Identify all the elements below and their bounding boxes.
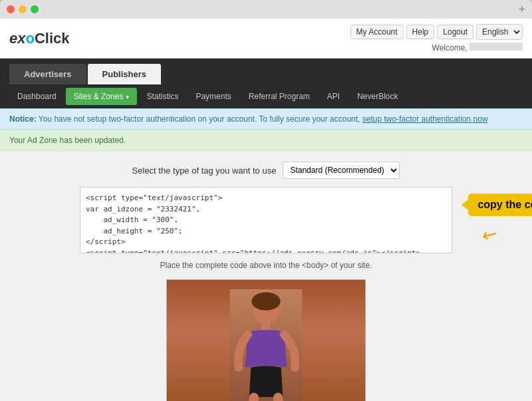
tab-publishers[interactable]: Publishers bbox=[88, 64, 161, 84]
success-message: Your Ad Zone has been updated. bbox=[9, 136, 126, 145]
nav-referral[interactable]: Referral Program bbox=[241, 88, 318, 105]
content-area: Select the type of tag you want to use S… bbox=[0, 151, 532, 401]
logout-button[interactable]: Logout bbox=[437, 25, 473, 39]
code-textarea[interactable]: <script type="text/javascript"> var ad_i… bbox=[80, 187, 452, 253]
copy-code-callout: copy the code bbox=[468, 194, 532, 216]
title-bar: + bbox=[0, 0, 532, 19]
tab-advertisers[interactable]: Advertisers bbox=[9, 64, 86, 84]
logo: exoClick bbox=[9, 30, 70, 47]
figure-silhouette bbox=[167, 280, 365, 401]
nav-api[interactable]: API bbox=[319, 88, 348, 105]
nav-dashboard[interactable]: Dashboard bbox=[9, 88, 65, 105]
minimize-btn[interactable] bbox=[19, 5, 27, 13]
tag-selector-row: Select the type of tag you want to use S… bbox=[9, 162, 523, 179]
notice-bold: Notice: bbox=[9, 114, 37, 124]
tag-selector-label: Select the type of tag you want to use bbox=[132, 166, 277, 176]
svg-point-2 bbox=[251, 293, 280, 311]
language-selector[interactable]: English bbox=[476, 24, 523, 40]
nav-sites-zones[interactable]: Sites & Zones bbox=[66, 88, 138, 105]
welcome-text: Welcome, bbox=[432, 43, 523, 53]
notice-link[interactable]: setup two-factor authentication now bbox=[362, 114, 488, 124]
new-tab-btn[interactable]: + bbox=[518, 3, 525, 17]
my-account-button[interactable]: My Account bbox=[350, 25, 404, 39]
username-placeholder bbox=[469, 43, 523, 51]
success-bar: Your Ad Zone has been updated. bbox=[0, 130, 532, 151]
header-actions: My Account Help Logout English bbox=[350, 24, 523, 40]
tag-type-dropdown[interactable]: Standard (Recommended) Async Iframe bbox=[283, 162, 400, 179]
code-area-wrapper: <script type="text/javascript"> var ad_i… bbox=[80, 187, 452, 255]
notice-bar: Notice: You have not setup two-factor au… bbox=[0, 108, 532, 130]
close-btn[interactable] bbox=[7, 5, 15, 13]
callout-arrow: ↙ bbox=[477, 221, 501, 247]
header-right: My Account Help Logout English Welcome, bbox=[350, 24, 523, 53]
maximize-btn[interactable] bbox=[31, 5, 39, 13]
nav-payments[interactable]: Payments bbox=[188, 88, 239, 105]
app-window: + exoClick My Account Help Logout Englis… bbox=[0, 0, 532, 401]
nav-bar: Dashboard Sites & Zones Statistics Payme… bbox=[0, 84, 532, 108]
nav-statistics[interactable]: Statistics bbox=[138, 88, 186, 105]
help-button[interactable]: Help bbox=[406, 25, 435, 39]
ad-preview-box: GO TO VIDEO » bbox=[166, 279, 366, 401]
main-tabs: Advertisers Publishers bbox=[0, 59, 532, 84]
notice-text: You have not setup two-factor authentica… bbox=[39, 114, 360, 124]
place-code-instruction: Place the complete code above into the <… bbox=[9, 261, 523, 270]
header: exoClick My Account Help Logout English … bbox=[0, 19, 532, 59]
nav-neverblock[interactable]: NeverBlock bbox=[349, 88, 406, 105]
